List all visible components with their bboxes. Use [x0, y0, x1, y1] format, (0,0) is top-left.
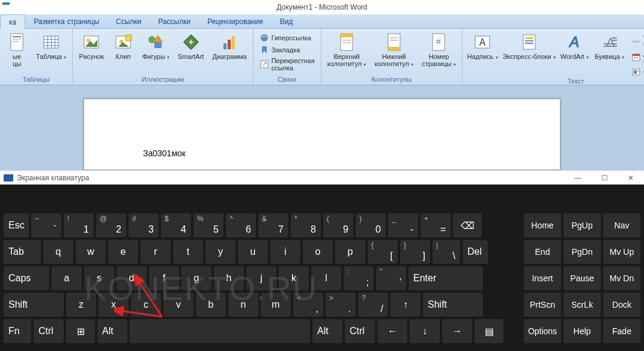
- key-8[interactable]: *8: [291, 213, 321, 237]
- key-p[interactable]: p: [335, 240, 365, 264]
- key-Del[interactable]: Del: [463, 240, 488, 264]
- shapes-button[interactable]: Фигуры ▾: [140, 31, 172, 75]
- key-[interactable]: +=: [421, 213, 451, 237]
- key-Help[interactable]: Help: [564, 319, 601, 343]
- key-Nav[interactable]: Nav: [603, 213, 640, 237]
- key-Tab[interactable]: Tab: [4, 240, 41, 264]
- key-5[interactable]: %5: [193, 213, 223, 237]
- cover-partial-button[interactable]: ые цы: [4, 31, 30, 75]
- crossref-button[interactable]: Перекрестная ссылка: [257, 56, 317, 72]
- datetime-button[interactable]: Дата и время: [629, 49, 644, 65]
- footer-button[interactable]: Нижний колонтитул ▾: [372, 31, 416, 75]
- bookmark-button[interactable]: Закладка: [257, 44, 317, 55]
- clip-button[interactable]: Клип: [110, 31, 136, 75]
- key-PgDn[interactable]: PgDn: [564, 240, 601, 264]
- key-[interactable]: <,: [293, 293, 323, 317]
- key-r[interactable]: r: [141, 240, 171, 264]
- wordart-button[interactable]: AWordArt ▾: [559, 31, 590, 77]
- key-[interactable]: ?/: [358, 293, 388, 317]
- maximize-button[interactable]: ☐: [591, 171, 618, 185]
- chart-button[interactable]: Диаграмма: [210, 31, 249, 75]
- key-j[interactable]: j: [246, 266, 276, 290]
- minimize-button[interactable]: —: [565, 171, 591, 185]
- key-g[interactable]: g: [181, 266, 211, 290]
- key-3[interactable]: #3: [129, 213, 159, 237]
- key-x[interactable]: x: [99, 293, 129, 317]
- key-a[interactable]: a: [52, 266, 82, 290]
- key-Pause[interactable]: Pause: [564, 266, 601, 290]
- key-Shift[interactable]: Shift: [4, 293, 64, 317]
- key-c[interactable]: c: [131, 293, 161, 317]
- hyperlink-button[interactable]: Гиперссылка: [257, 32, 317, 43]
- key-0[interactable]: )0: [356, 213, 386, 237]
- tab-mailings[interactable]: Рассылки: [150, 14, 199, 29]
- table-button[interactable]: Таблица ▾: [34, 31, 68, 75]
- close-button[interactable]: ✕: [618, 171, 644, 185]
- key-Insert[interactable]: Insert: [524, 266, 561, 290]
- key-v[interactable]: v: [163, 293, 193, 317]
- key-Alt[interactable]: Alt: [312, 319, 342, 343]
- key-e[interactable]: e: [108, 240, 138, 264]
- dropcap-button[interactable]: AБуквица ▾: [594, 31, 625, 77]
- key-Enter[interactable]: Enter: [409, 266, 483, 290]
- key-[interactable]: >.: [326, 293, 356, 317]
- key-Ctrl[interactable]: Ctrl: [345, 319, 375, 343]
- key-End[interactable]: End: [524, 240, 561, 264]
- key-[interactable]: ↑: [390, 293, 421, 317]
- key-PgUp[interactable]: PgUp: [564, 213, 601, 237]
- tab-active-partial[interactable]: ка: [0, 14, 25, 29]
- key-1[interactable]: !1: [64, 213, 94, 237]
- key-Ctrl[interactable]: Ctrl: [34, 319, 64, 343]
- sigline-button[interactable]: Строка подпис: [629, 32, 644, 48]
- key-Home[interactable]: Home: [524, 213, 561, 237]
- key-Caps[interactable]: Caps: [4, 266, 49, 290]
- key-y[interactable]: y: [205, 240, 235, 264]
- key-[interactable]: ~`: [31, 213, 61, 237]
- picture-button[interactable]: Рисунок: [76, 31, 106, 75]
- key-6[interactable]: ^6: [226, 213, 256, 237]
- key-[interactable]: _-: [388, 213, 418, 237]
- quickparts-button[interactable]: Экспресс-блоки ▾: [502, 31, 555, 77]
- key-[interactable]: ⊞: [66, 319, 95, 343]
- key-Options[interactable]: Options: [524, 319, 561, 343]
- header-button[interactable]: Верхний колонтитул ▾: [325, 31, 369, 75]
- key-[interactable]: ↓: [410, 319, 440, 343]
- key-n[interactable]: n: [228, 293, 258, 317]
- key-o[interactable]: o: [303, 240, 333, 264]
- qat-dropdown-icon[interactable]: [2, 2, 10, 10]
- key-[interactable]: ▤: [475, 319, 503, 343]
- key-[interactable]: }]: [400, 240, 430, 264]
- key-u[interactable]: u: [238, 240, 268, 264]
- key-MvUp[interactable]: Mv Up: [603, 240, 640, 264]
- key-h[interactable]: h: [214, 266, 244, 290]
- key-t[interactable]: t: [173, 240, 203, 264]
- key-[interactable]: →: [442, 319, 472, 343]
- key-7[interactable]: &7: [258, 213, 288, 237]
- key-l[interactable]: l: [311, 266, 341, 290]
- key-[interactable]: {[: [368, 240, 398, 264]
- key-[interactable]: ⌫: [453, 213, 482, 237]
- key-4[interactable]: $4: [161, 213, 191, 237]
- key-m[interactable]: m: [261, 293, 291, 317]
- key-PrtScn[interactable]: PrtScn: [524, 293, 561, 317]
- key-w[interactable]: w: [76, 240, 106, 264]
- key-2[interactable]: @2: [96, 213, 126, 237]
- pagenum-button[interactable]: #Номер страницы ▾: [419, 31, 458, 75]
- key-Dock[interactable]: Dock: [603, 293, 640, 317]
- key-[interactable]: [130, 319, 310, 343]
- key-q[interactable]: q: [43, 240, 73, 264]
- key-s[interactable]: s: [84, 266, 114, 290]
- key-Fade[interactable]: Fade: [603, 319, 640, 343]
- key-ScrLk[interactable]: ScrLk: [564, 293, 601, 317]
- smartart-button[interactable]: SmartArt: [175, 31, 206, 75]
- key-Esc[interactable]: Esc: [4, 213, 29, 237]
- document-page[interactable]: За0301мок: [84, 99, 560, 170]
- key-Shift[interactable]: Shift: [423, 293, 483, 317]
- key-Alt[interactable]: Alt: [97, 319, 127, 343]
- key-b[interactable]: b: [196, 293, 226, 317]
- tab-page-layout[interactable]: Разметка страницы: [25, 14, 108, 29]
- key-[interactable]: |\: [433, 240, 460, 264]
- key-f[interactable]: f: [149, 266, 179, 290]
- key-[interactable]: ←: [377, 319, 407, 343]
- tab-view[interactable]: Вид: [272, 14, 302, 29]
